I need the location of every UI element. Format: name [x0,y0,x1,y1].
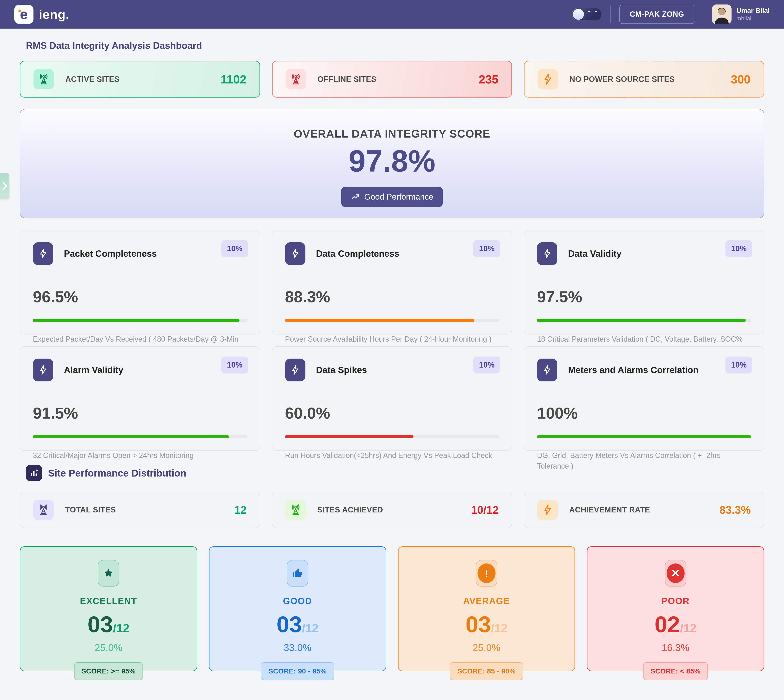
progress-fill [33,319,240,322]
metric-card-alarm-validity: Alarm Validity 10% 91.5% 32 Critical/Maj… [20,346,260,451]
perf-percent: 25.0% [399,642,575,653]
lightning-icon [33,242,53,265]
metric-description: Power Source Availability Hours Per Day … [285,334,499,345]
lightning-icon [285,358,305,382]
progress-track [285,435,499,438]
perf-count: 03 [88,612,113,637]
dark-mode-toggle[interactable]: ✦·✦ [572,8,602,21]
metric-card-packet-completeness: Packet Completeness 10% 96.5% Expected P… [20,230,260,335]
progress-track [537,319,751,322]
stat-value: 1102 [221,72,247,86]
active-sites-card: ACTIVE SITES 1102 [20,61,260,98]
score-value: 97.8% [20,146,764,176]
perf-percent: 16.3% [587,642,764,653]
stat-label: OFFLINE SITES [317,75,377,84]
radio-tower-icon [33,500,54,520]
metric-title: Alarm Validity [64,365,123,375]
lightning-icon [537,69,558,89]
metric-value: 88.3% [285,288,499,306]
perf-total: /12 [680,622,697,635]
brand-logo-icon: e [14,5,33,24]
metric-title: Meters and Alarms Correlation [568,365,699,375]
perf-label: AVERAGE [399,596,575,606]
stars-icon: ✦·✦ [587,9,599,14]
perf-percent: 25.0% [20,642,197,653]
sidebar-expand-tab[interactable] [0,173,9,199]
user-name: Umar Bilal [736,7,770,15]
metric-description: DG, Grid, Battery Meters Vs Alarms Corre… [537,450,751,472]
average-card: ! AVERAGE 03/12 25.0% SCORE: 85 - 90% [398,546,575,671]
toggle-knob-icon [573,9,584,20]
perf-total: /12 [491,622,507,635]
total-sites-card: TOTAL SITES 12 [20,492,260,528]
metric-title: Data Completeness [316,248,399,259]
stat-label: NO POWER SOURCE SITES [569,75,675,84]
performance-badge[interactable]: Good Performance [341,187,443,207]
radio-tower-icon [285,69,306,89]
star-icon [98,560,119,587]
perf-total: /12 [302,622,319,635]
metric-value: 97.5% [537,288,751,306]
dist-value: 83.3% [719,503,751,516]
score-range-badge: SCORE: 85 - 90% [450,662,523,680]
excellent-card: EXCELLENT 03/12 25.0% SCORE: >= 95% [20,546,197,671]
weight-badge: 10% [221,357,248,373]
metric-value: 96.5% [33,288,247,306]
weight-badge: 10% [726,240,752,257]
progress-fill [285,435,414,438]
lightning-icon [285,242,305,265]
metric-card-data-validity: Data Validity 10% 97.5% 18 Critical Para… [524,230,764,335]
stat-value: 235 [479,72,499,86]
thumbs-up-icon [287,560,308,587]
lightning-icon [537,500,558,520]
radio-tower-icon [285,500,306,520]
metric-value: 60.0% [285,404,499,422]
progress-fill [537,435,751,438]
perf-label: GOOD [210,596,386,606]
chevron-right-icon [2,182,7,190]
poor-card: ✕ POOR 02/12 16.3% SCORE: < 85% [587,546,764,671]
offline-sites-card: OFFLINE SITES 235 [272,61,512,98]
no-power-sites-card: NO POWER SOURCE SITES 300 [524,61,764,98]
perf-label: POOR [587,596,764,606]
region-button[interactable]: CM-PAK ZONG [619,5,694,24]
weight-badge: 10% [473,357,500,373]
navbar: e ieng. ✦·✦ CM-PAK ZONG Umar Bilal mbila… [0,0,784,28]
metric-card-data-completeness: Data Completeness 10% 88.3% Power Source… [272,230,512,335]
perf-count: 02 [655,612,680,637]
user-username: mbilal [736,15,770,22]
brand[interactable]: e ieng. [14,5,69,24]
lightning-icon [537,242,557,265]
divider [611,5,611,23]
dist-label: ACHIEVEMENT RATE [569,505,650,514]
metric-title: Data Spikes [316,365,367,375]
brand-name: ieng. [39,7,69,22]
trending-up-icon [351,192,360,202]
score-range-badge: SCORE: 90 - 95% [261,662,334,680]
lightning-icon [537,358,557,382]
score-title: OVERALL DATA INTEGRITY SCORE [20,127,764,140]
sites-achieved-card: SITES ACHIEVED 10/12 [272,492,512,528]
divider [703,5,703,23]
stat-value: 300 [731,72,751,86]
x-circle-icon: ✕ [665,560,686,587]
dist-label: SITES ACHIEVED [317,505,383,514]
bar-chart-icon [26,465,42,481]
metric-value: 91.5% [33,404,247,422]
user-menu[interactable]: Umar Bilal mbilal [712,5,770,24]
radio-tower-icon [33,69,54,89]
score-range-badge: SCORE: < 85% [643,662,708,680]
dist-value: 10/12 [471,503,499,516]
metric-title: Data Validity [568,248,622,259]
progress-fill [537,319,746,322]
score-range-badge: SCORE: >= 95% [74,662,143,680]
perf-count: 03 [465,612,491,637]
dist-label: TOTAL SITES [65,505,116,514]
metric-description: Run Hours Validation(<25hrs) And Energy … [285,450,499,461]
metric-description: 32 Critical/Major Alarms Open > 24hrs Mo… [33,450,247,461]
progress-fill [33,435,229,438]
progress-track [33,435,247,438]
progress-track [33,319,247,322]
perf-label: EXCELLENT [20,596,197,606]
overall-score-card: OVERALL DATA INTEGRITY SCORE 97.8% Good … [20,109,764,218]
